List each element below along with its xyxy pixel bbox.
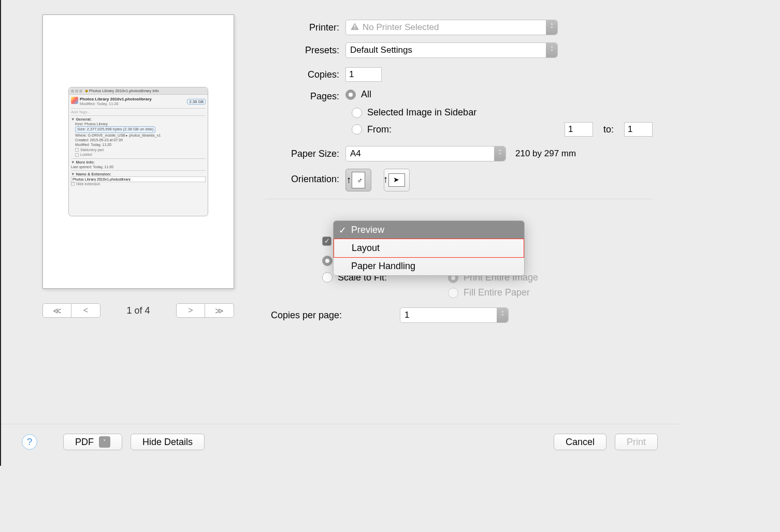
print-label: Print [627, 437, 646, 448]
preview-name-input [71, 176, 206, 182]
stepper-arrows-icon [546, 20, 557, 35]
preview-modified2: Modified: Today, 11:20 [75, 142, 206, 147]
dropdown-item-paper-handling-label: Paper Handling [351, 261, 415, 271]
preview-navigation: ≪ < 1 of 4 > ≫ [42, 303, 234, 318]
landscape-icon: ↑ ➤ [388, 173, 405, 187]
dropdown-item-preview[interactable]: Preview [334, 221, 524, 239]
presets-value: Default Settings [350, 45, 412, 55]
hide-details-button[interactable]: Hide Details [131, 434, 205, 450]
stepper-arrows-icon [497, 308, 508, 322]
fill-entire-paper-label: Fill Entire Paper [464, 287, 530, 298]
cancel-button[interactable]: Cancel [554, 434, 606, 450]
printer-value: No Printer Selected [363, 22, 439, 33]
help-button[interactable]: ? [22, 434, 37, 450]
section-dropdown-menu: Preview Layout Paper Handling [333, 220, 525, 276]
prev-page-button[interactable]: < [71, 303, 100, 318]
printer-label: Printer: [265, 22, 345, 33]
preview-column: ◆ Photos Library 2010v1.photoslibrary In… [27, 14, 250, 330]
stepper-arrows-icon [546, 43, 557, 57]
copies-label: Copies: [265, 69, 345, 80]
printer-popup[interactable]: No Printer Selected [345, 20, 558, 35]
preview-modified: Modified: Today, 11:20 [80, 101, 119, 106]
preview-hide-ext: Hide extension [76, 182, 100, 186]
pages-all-label: All [361, 89, 371, 100]
preview-last-opened: Last opened: Today, 11:20 [71, 165, 206, 169]
dialog-footer: ? PDF ˅ Hide Details Cancel Print [1, 424, 678, 466]
pdf-button-label: PDF [75, 437, 94, 448]
preview-add-tags: Add Tags... [71, 110, 90, 114]
scale-radio[interactable] [322, 256, 333, 266]
pages-from-input[interactable] [565, 122, 593, 137]
preview-info-title: Photos Library 2010v1.photoslibrary Info [89, 88, 159, 93]
pdf-dropdown-button[interactable]: PDF ˅ [63, 434, 122, 450]
print-button[interactable]: Print [615, 434, 658, 450]
pages-label: Pages: [265, 91, 345, 102]
divider [265, 199, 653, 199]
copies-per-page-value: 1 [405, 310, 409, 320]
svg-rect-1 [354, 28, 355, 29]
next-page-button[interactable]: > [176, 303, 205, 318]
preview-document-content: ◆ Photos Library 2010v1.photoslibrary In… [68, 87, 208, 216]
portrait-icon: ↑ ♂ [352, 172, 365, 188]
preview-nameext-header: Name & Extension: [76, 172, 111, 176]
orientation-portrait-button[interactable]: ↑ ♂ [345, 169, 371, 191]
last-page-button[interactable]: ≫ [205, 303, 234, 318]
preview-general-header: General: [76, 117, 92, 122]
pages-selected-label: Selected Image in Sidebar [367, 107, 476, 118]
dropdown-item-layout[interactable]: Layout [333, 239, 525, 258]
preview-page: ◆ Photos Library 2010v1.photoslibrary In… [42, 14, 234, 289]
preview-created: Created: 2015-05-23 at 07:39 [75, 138, 206, 142]
dropdown-item-layout-label: Layout [352, 243, 380, 253]
paper-size-label: Paper Size: [265, 149, 345, 159]
preview-file-name: Photos Library 2010v1.photoslibrary [80, 97, 152, 101]
paper-dimensions: 210 by 297 mm [515, 149, 576, 159]
presets-label: Presets: [265, 45, 345, 56]
warning-icon [350, 22, 359, 33]
pages-to-label: to: [603, 124, 614, 135]
print-options: Printer: No Printer Selected Presets: De… [250, 14, 653, 330]
scale-to-fit-radio[interactable] [322, 272, 333, 283]
copies-input[interactable] [345, 67, 382, 82]
print-dialog: ◆ Photos Library 2010v1.photoslibrary In… [0, 0, 678, 466]
preview-stationery: Stationery pad [80, 147, 104, 152]
preview-moreinfo-header: More Info: [76, 160, 95, 165]
paper-size-value: A4 [350, 149, 361, 159]
presets-popup[interactable]: Default Settings [345, 42, 558, 58]
orientation-label: Orientation: [265, 169, 345, 185]
preview-kind: Kind: Photos Library [75, 122, 206, 126]
preview-size-badge: 2.38 GB [187, 99, 206, 105]
first-page-button[interactable]: ≪ [42, 303, 71, 318]
hide-details-label: Hide Details [142, 437, 193, 448]
preview-size: Size: 2,377,025,998 bytes (2.38 GB on di… [75, 126, 155, 132]
preview-locked: Locked [80, 152, 92, 157]
chevron-down-icon: ˅ [99, 436, 110, 448]
dropdown-item-paper-handling[interactable]: Paper Handling [334, 257, 524, 275]
auto-rotate-checkbox[interactable]: ✓ [322, 237, 331, 246]
pages-from-label: From: [367, 124, 392, 135]
svg-rect-0 [354, 25, 355, 27]
stepper-arrows-icon [494, 146, 505, 161]
fill-entire-paper-radio [448, 288, 458, 298]
page-indicator: 1 of 4 [126, 305, 150, 316]
dropdown-item-preview-label: Preview [351, 225, 384, 235]
pages-from-radio[interactable] [352, 124, 362, 135]
copies-per-page-label: Copies per page: [234, 310, 348, 321]
paper-size-popup[interactable]: A4 [345, 146, 506, 161]
copies-per-page-popup[interactable]: 1 [400, 307, 509, 323]
cancel-label: Cancel [566, 437, 595, 448]
pages-selected-radio[interactable] [352, 108, 362, 118]
orientation-landscape-button[interactable]: ↑ ➤ [384, 169, 410, 191]
pages-all-radio[interactable] [345, 90, 356, 100]
preview-where: Where: G-DRIVE_mobile_USB ▸ photos_libra… [75, 133, 206, 138]
pages-to-input[interactable] [624, 122, 653, 137]
